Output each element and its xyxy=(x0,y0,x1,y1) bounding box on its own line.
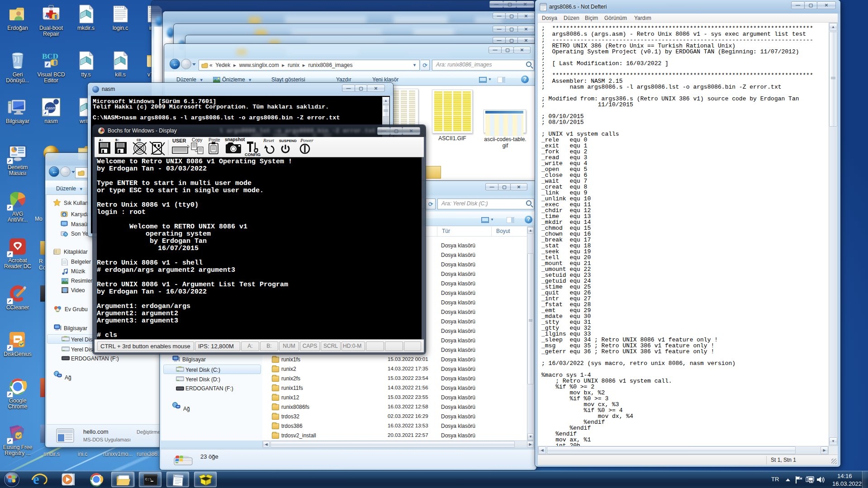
svg-text:snapshot: snapshot xyxy=(225,137,245,142)
svg-text:Copy: Copy xyxy=(192,137,202,142)
svg-text:Power: Power xyxy=(300,137,313,143)
svg-text:CONFIG: CONFIG xyxy=(245,152,261,157)
svg-text:CD: CD xyxy=(137,138,141,142)
svg-text:SUSPEND: SUSPEND xyxy=(279,139,297,143)
svg-text:A:: A: xyxy=(99,138,104,142)
svg-text:B:: B: xyxy=(115,138,120,142)
svg-text:Reset: Reset xyxy=(263,137,275,143)
svg-text:C:\: C:\ xyxy=(145,477,152,481)
svg-text:Poste: Poste xyxy=(209,137,220,142)
svg-text:USER: USER xyxy=(172,138,186,143)
